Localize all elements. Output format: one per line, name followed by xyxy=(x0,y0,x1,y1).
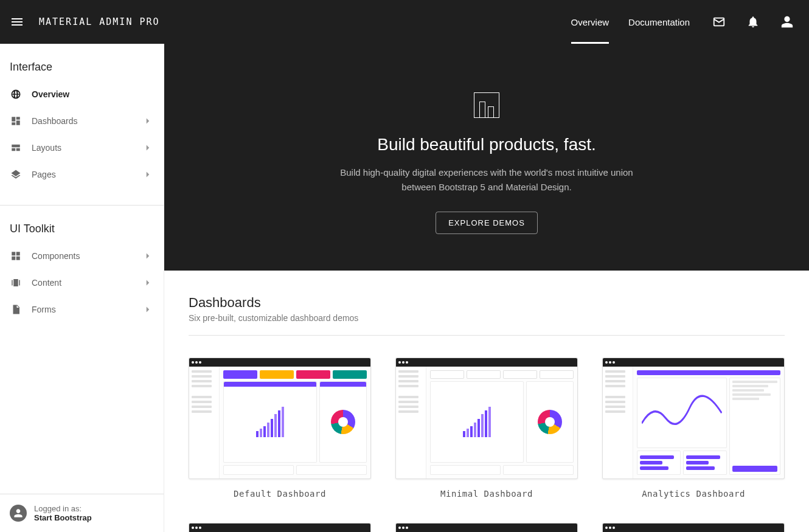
hero-logo-icon xyxy=(474,92,499,118)
layers-icon xyxy=(10,168,22,181)
sidebar-item-pages[interactable]: Pages xyxy=(0,161,164,188)
section-divider xyxy=(189,335,785,336)
demo-card-analytics[interactable]: Analytics Dashboard xyxy=(602,358,785,499)
footer-user: Start Bootstrap xyxy=(34,513,92,522)
sidebar-item-label: Dashboards xyxy=(32,116,78,126)
profile-button[interactable] xyxy=(773,7,802,36)
demo-thumbnail xyxy=(395,358,578,479)
dashboards-section: Dashboards Six pre-built, customizable d… xyxy=(164,271,809,532)
notifications-button[interactable] xyxy=(738,7,768,36)
demo-card-default[interactable]: Default Dashboard xyxy=(189,358,371,499)
demo-thumbnail xyxy=(395,523,578,532)
demo-card-minimal[interactable]: Minimal Dashboard xyxy=(395,358,578,499)
menu-toggle-button[interactable] xyxy=(2,7,32,36)
demo-card-partial-2[interactable] xyxy=(395,523,578,532)
sidebar-item-label: Forms xyxy=(32,305,56,314)
sidebar-footer: Logged in as: Start Bootstrap xyxy=(0,494,164,532)
dashboard-card-grid: Default Dashboard xyxy=(189,358,785,532)
person-icon xyxy=(780,15,794,29)
dashboard-icon xyxy=(10,115,22,127)
widgets-icon xyxy=(10,250,22,262)
mail-button[interactable] xyxy=(704,7,734,36)
mail-icon xyxy=(712,15,726,29)
sidebar-item-forms[interactable]: Forms xyxy=(0,296,164,323)
chevron-right-icon xyxy=(142,277,154,289)
demo-card-label: Default Dashboard xyxy=(189,489,371,499)
sidebar-item-label: Components xyxy=(32,251,80,261)
topnav-label: Documentation xyxy=(628,17,690,27)
sidebar-item-label: Layouts xyxy=(32,143,61,153)
view-compact-icon xyxy=(10,142,22,154)
topnav-overview[interactable]: Overview xyxy=(561,0,619,44)
sidebar-heading-uitoolkit: UI Toolkit xyxy=(0,206,164,243)
sidebar-item-label: Overview xyxy=(32,89,69,99)
avatar[interactable] xyxy=(10,505,27,522)
sidebar-item-layouts[interactable]: Layouts xyxy=(0,134,164,161)
hero: Build beautiful products, fast. Build hi… xyxy=(164,44,809,271)
topbar: MATERIAL ADMIN PRO Overview Documentatio… xyxy=(0,0,809,44)
app-title: MATERIAL ADMIN PRO xyxy=(39,16,160,27)
sidebar-item-components[interactable]: Components xyxy=(0,243,164,269)
chevron-right-icon xyxy=(142,115,154,127)
sidebar-item-content[interactable]: Content xyxy=(0,269,164,296)
demo-card-label: Minimal Dashboard xyxy=(395,489,578,499)
footer-label: Logged in as: xyxy=(34,504,92,513)
hero-title: Build beautiful products, fast. xyxy=(189,135,785,154)
explore-demos-button[interactable]: EXPLORE DEMOS xyxy=(436,212,538,234)
chevron-right-icon xyxy=(142,168,154,181)
menu-icon xyxy=(10,15,24,29)
sidebar-item-dashboards[interactable]: Dashboards xyxy=(0,108,164,134)
demo-thumbnail xyxy=(189,523,371,532)
sidebar: Interface Overview Dashboards Layouts xyxy=(0,44,164,532)
sidebar-item-label: Content xyxy=(32,278,61,288)
hero-subtitle: Build high-quality digital experiences w… xyxy=(328,165,645,195)
demo-thumbnail xyxy=(189,358,371,479)
main-content[interactable]: Build beautiful products, fast. Build hi… xyxy=(164,44,809,532)
demo-card-partial-3[interactable] xyxy=(602,523,785,532)
section-subtitle: Six pre-built, customizable dashboard de… xyxy=(189,313,785,323)
description-icon xyxy=(10,303,22,316)
demo-thumbnail xyxy=(602,358,785,479)
sidebar-heading-interface: Interface xyxy=(0,44,164,81)
topnav-label: Overview xyxy=(571,17,609,27)
topnav-documentation[interactable]: Documentation xyxy=(619,0,700,44)
demo-card-label: Analytics Dashboard xyxy=(602,489,785,499)
topnav: Overview Documentation xyxy=(561,0,700,44)
demo-card-partial-1[interactable] xyxy=(189,523,371,532)
section-title: Dashboards xyxy=(189,295,785,311)
bell-icon xyxy=(746,15,760,29)
chevron-right-icon xyxy=(142,303,154,316)
account-circle-icon xyxy=(12,507,24,519)
sidebar-item-overview[interactable]: Overview xyxy=(0,81,164,108)
chevron-right-icon xyxy=(142,142,154,154)
amp-stories-icon xyxy=(10,277,22,289)
globe-icon xyxy=(10,88,22,100)
demo-thumbnail xyxy=(602,523,785,532)
chevron-right-icon xyxy=(142,250,154,262)
sidebar-scroll[interactable]: Interface Overview Dashboards Layouts xyxy=(0,44,164,494)
sidebar-item-label: Pages xyxy=(32,170,56,179)
